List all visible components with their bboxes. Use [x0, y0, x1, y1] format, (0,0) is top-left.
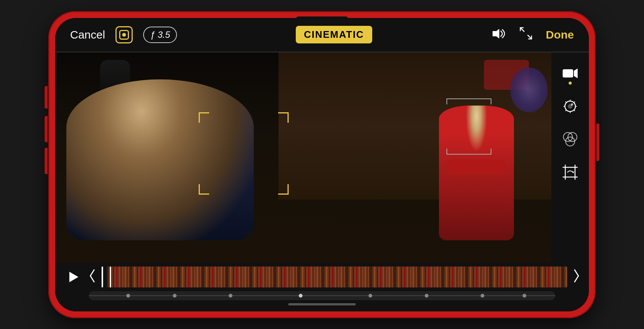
svg-marker-0: [493, 29, 499, 39]
top-bar-center: CINEMATIC: [296, 26, 373, 43]
video-area[interactable]: [55, 52, 551, 263]
adjust-button[interactable]: [560, 97, 580, 116]
focus-dot-8: [523, 294, 526, 298]
focus-dot-5: [368, 294, 372, 298]
focus-dot-7: [481, 294, 484, 298]
top-bar-right: Done: [491, 27, 574, 43]
aperture-value: ƒ 3.5: [150, 30, 170, 40]
camera-focus-icon: [119, 30, 129, 40]
background-figure: [439, 106, 514, 240]
cinematic-mode-badge[interactable]: CINEMATIC: [296, 26, 373, 43]
phone-frame: Cancel ƒ 3.5 CINEMATIC: [48, 11, 596, 318]
power-button[interactable]: [596, 124, 599, 161]
timeline-strip[interactable]: [107, 266, 567, 287]
focus-dot-3: [229, 294, 232, 298]
timeline-row: [63, 266, 581, 287]
yellow-indicator-dot: [569, 82, 572, 85]
done-button[interactable]: Done: [546, 28, 574, 41]
focus-track-line: [89, 295, 555, 296]
svg-line-4: [528, 35, 532, 39]
cancel-button[interactable]: Cancel: [70, 28, 105, 41]
bottom-section: [55, 263, 589, 311]
video-camera-button[interactable]: [560, 64, 580, 83]
play-icon: [69, 272, 78, 282]
timeline-chevron-right[interactable]: [571, 268, 581, 286]
focus-dot-6: [425, 294, 428, 298]
aperture-button[interactable]: ƒ 3.5: [143, 27, 177, 43]
expand-icon[interactable]: [520, 27, 532, 42]
main-content: [55, 52, 589, 263]
top-bar: Cancel ƒ 3.5 CINEMATIC: [55, 18, 589, 52]
focus-track-container: [63, 291, 581, 300]
phone-screen: Cancel ƒ 3.5 CINEMATIC: [55, 18, 589, 311]
main-figure: [66, 79, 254, 240]
focus-dot-4: [299, 294, 303, 298]
top-bar-left: Cancel ƒ 3.5: [70, 26, 177, 43]
right-toolbar: [551, 52, 589, 263]
crop-transform-button[interactable]: [560, 162, 580, 182]
focus-dot-1: [126, 294, 130, 298]
volume-icon[interactable]: [491, 27, 506, 43]
svg-point-19: [571, 103, 573, 106]
flowers-decor: [510, 67, 548, 112]
svg-rect-7: [563, 69, 573, 77]
volume-down-button[interactable]: [45, 148, 48, 174]
svg-line-17: [566, 110, 566, 110]
timeline-thumbnails: [107, 266, 567, 287]
svg-line-15: [574, 110, 575, 110]
color-mix-button[interactable]: [560, 130, 580, 149]
camera-focus-button[interactable]: [115, 26, 133, 43]
timeline-chevron-left[interactable]: [87, 268, 98, 286]
svg-line-16: [574, 101, 575, 102]
svg-line-14: [566, 101, 566, 102]
home-indicator: [288, 303, 356, 305]
focus-track[interactable]: [89, 291, 555, 300]
svg-line-1: [520, 28, 524, 31]
focus-dot-2: [173, 294, 177, 298]
play-button[interactable]: [63, 266, 84, 287]
volume-up-button[interactable]: [45, 116, 48, 142]
playhead-marker: [102, 266, 103, 287]
svg-marker-8: [574, 68, 578, 78]
svg-marker-32: [573, 171, 574, 173]
